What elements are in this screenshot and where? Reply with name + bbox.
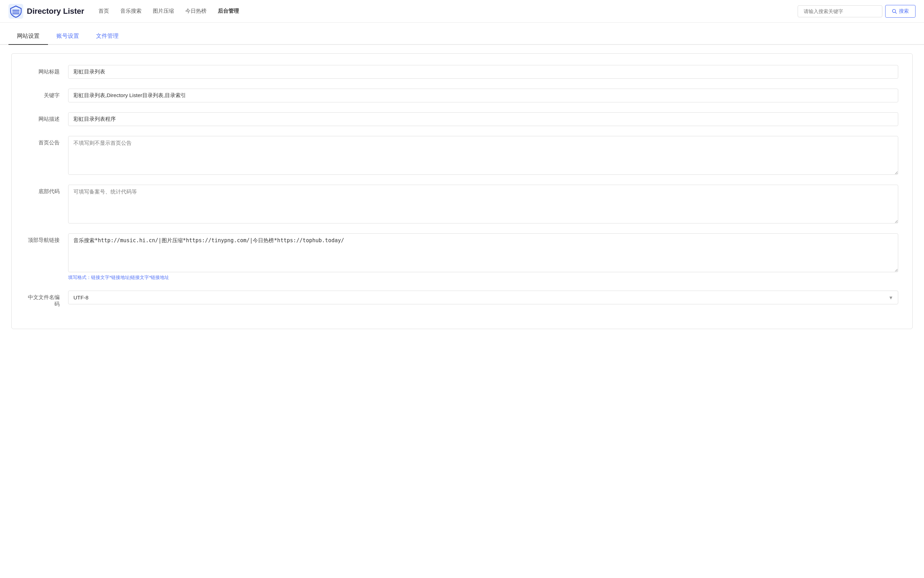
nav-search: 搜索 — [798, 5, 916, 18]
brand-name: Directory Lister — [27, 7, 84, 16]
select-wrap-encoding: UTF-8 GBK ▼ — [68, 291, 898, 304]
textarea-footer-code[interactable] — [68, 185, 898, 224]
form-row-footer-code: 底部代码 — [26, 185, 898, 224]
tab-file-management[interactable]: 文件管理 — [88, 28, 127, 45]
label-footer-code: 底部代码 — [26, 185, 68, 195]
nav-home[interactable]: 首页 — [99, 8, 109, 15]
textarea-nav-links[interactable] — [68, 234, 898, 272]
settings-panel: 网站标题 关键字 网站描述 首页公告 底部代码 顶部导航链接 — [11, 53, 913, 329]
nav-links: 首页 音乐搜索 图片压缩 今日热榜 后台管理 — [99, 8, 798, 15]
input-description[interactable] — [68, 112, 898, 126]
form-row-description: 网站描述 — [26, 112, 898, 126]
search-button[interactable]: 搜索 — [885, 5, 916, 18]
nav-links-wrap: 填写格式：链接文字*链接地址|链接文字*链接地址 — [68, 234, 898, 281]
search-icon — [892, 9, 897, 14]
main-content: 网站标题 关键字 网站描述 首页公告 底部代码 顶部导航链接 — [0, 45, 924, 338]
svg-line-5 — [895, 12, 897, 13]
tab-website-settings[interactable]: 网站设置 — [8, 28, 48, 45]
label-site-title: 网站标题 — [26, 65, 68, 75]
nav-music[interactable]: 音乐搜索 — [120, 8, 141, 15]
brand-icon — [8, 4, 23, 19]
select-encoding[interactable]: UTF-8 GBK — [68, 291, 898, 304]
nav-trending[interactable]: 今日热榜 — [185, 8, 206, 15]
navbar: Directory Lister 首页 音乐搜索 图片压缩 今日热榜 后台管理 … — [0, 0, 924, 23]
form-row-encoding: 中文文件名编码 UTF-8 GBK ▼ — [26, 291, 898, 307]
label-keywords: 关键字 — [26, 89, 68, 99]
search-btn-label: 搜索 — [899, 8, 909, 15]
label-description: 网站描述 — [26, 112, 68, 123]
form-row-title: 网站标题 — [26, 65, 898, 79]
nav-image[interactable]: 图片压缩 — [153, 8, 174, 15]
nav-admin[interactable]: 后台管理 — [218, 8, 239, 15]
form-row-announcement: 首页公告 — [26, 136, 898, 175]
input-site-title[interactable] — [68, 65, 898, 79]
label-encoding: 中文文件名编码 — [26, 291, 68, 307]
input-keywords[interactable] — [68, 89, 898, 102]
label-announcement: 首页公告 — [26, 136, 68, 146]
search-input[interactable] — [798, 5, 882, 17]
form-row-keywords: 关键字 — [26, 89, 898, 102]
tabs-container: 网站设置 账号设置 文件管理 — [0, 28, 924, 45]
nav-links-hint: 填写格式：链接文字*链接地址|链接文字*链接地址 — [68, 274, 898, 281]
form-row-nav-links: 顶部导航链接 填写格式：链接文字*链接地址|链接文字*链接地址 — [26, 234, 898, 281]
textarea-announcement[interactable] — [68, 136, 898, 175]
label-nav-links: 顶部导航链接 — [26, 234, 68, 244]
tab-account-settings[interactable]: 账号设置 — [48, 28, 88, 45]
brand-logo[interactable]: Directory Lister — [8, 4, 84, 19]
